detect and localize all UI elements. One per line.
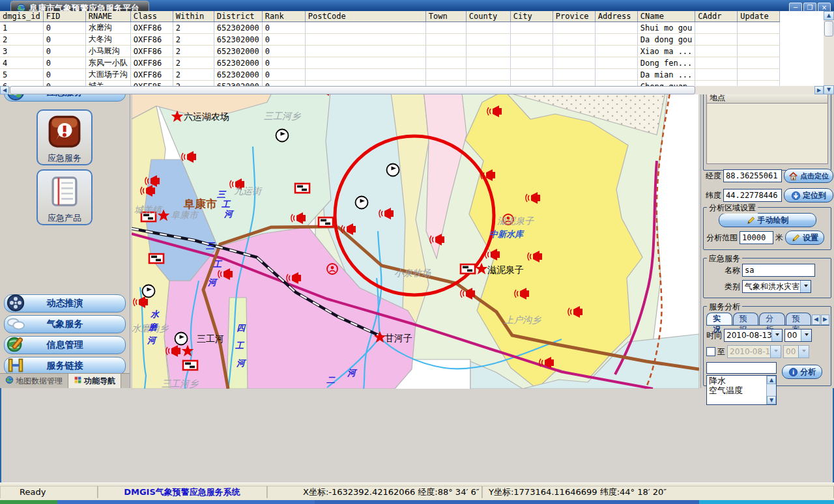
to-hour-select[interactable]: 00 <box>783 345 809 358</box>
list-item[interactable]: 空气温度 <box>707 385 767 395</box>
scroll-left-icon[interactable]: ◀ <box>0 86 9 94</box>
station-marker[interactable] <box>175 333 188 345</box>
column-header[interactable]: Update <box>738 11 780 22</box>
map-label: 中新水库 <box>489 229 525 239</box>
tab-globe-small[interactable]: 地图数据管理 <box>0 374 68 388</box>
chevron-down-icon[interactable] <box>801 329 811 341</box>
chevron-down-icon[interactable] <box>771 329 782 341</box>
column-header[interactable]: Provice <box>553 11 595 22</box>
service-name-input[interactable]: sa <box>742 264 815 277</box>
column-header[interactable]: CAddr <box>695 11 738 22</box>
horizontal-scrollbar[interactable]: ◀ ▶ <box>0 86 824 94</box>
sidebar-item-film-reel[interactable]: 动态推演 <box>4 294 126 313</box>
tab-预报[interactable]: 预报 <box>733 313 759 325</box>
column-header[interactable]: Address <box>595 11 637 22</box>
column-header[interactable]: RNAME <box>85 11 130 22</box>
flag-marker[interactable] <box>295 184 309 193</box>
table-cell <box>695 22 738 34</box>
table-row[interactable]: 30小马厩沟OXFF8626523020000Xiao ma ... <box>0 46 780 57</box>
column-header[interactable]: CName <box>637 11 695 22</box>
column-header[interactable]: Town <box>425 11 466 22</box>
station-marker[interactable] <box>387 164 399 176</box>
element-listbox[interactable]: 降水空气温度 ▲▼ <box>706 375 777 405</box>
column-header[interactable]: FID <box>43 11 85 22</box>
flag-marker[interactable] <box>461 264 475 273</box>
scroll-down-icon[interactable]: ▼ <box>824 85 834 94</box>
time-date-select[interactable]: 2010-08-13 <box>724 329 783 342</box>
sidebar-item-clouds[interactable]: 气象服务 <box>4 315 126 333</box>
tab-预案[interactable]: 预案 <box>786 313 812 325</box>
emergency-product-button[interactable]: 应急产品 <box>36 169 93 225</box>
scroll-up-icon[interactable]: ▲ <box>767 376 776 384</box>
column-header[interactable]: Within <box>173 11 214 22</box>
click-locate-button[interactable]: 点击定位 <box>784 169 833 183</box>
column-header[interactable]: Rank <box>262 11 305 22</box>
chevron-down-icon[interactable] <box>800 281 811 292</box>
table-cell <box>695 69 738 81</box>
nav-group-bottom: 动态推演气象服务信息管理服务链接 <box>0 292 130 375</box>
service-type-select[interactable]: 气象和洪水灾害 <box>742 280 811 293</box>
output-table[interactable]: dmgis_idFIDRNAMEClassWithinDistrictRankP… <box>0 11 780 87</box>
location-list[interactable] <box>706 104 828 164</box>
table-cell <box>305 57 425 69</box>
longitude-input[interactable]: 88.36255061 <box>723 169 782 182</box>
table-cell: 0 <box>43 69 85 81</box>
table-cell: 652302000 <box>214 69 262 81</box>
locate-to-button[interactable]: 定位到 <box>784 188 833 203</box>
scroll-down-icon[interactable]: ▼ <box>767 396 776 404</box>
table-row[interactable]: 20大冬沟OXFF8626523020000Da dong gou <box>0 34 780 46</box>
station-marker[interactable] <box>356 197 368 209</box>
tab-scroll-left-icon[interactable]: ◀ <box>812 315 820 325</box>
vertical-scrollbar[interactable]: ▲ ▼ <box>824 11 834 94</box>
station-marker[interactable] <box>276 130 289 142</box>
table-cell <box>553 69 595 81</box>
globe-small-icon <box>5 376 14 386</box>
tab-分析[interactable]: 分析 <box>759 313 785 325</box>
table-row[interactable]: 40东风一小队OXFF8626523020000Dong fen... <box>0 57 780 69</box>
table-cell <box>425 57 466 69</box>
table-cell: Da dong gou <box>637 34 695 46</box>
scroll-right-icon[interactable]: ▶ <box>814 86 824 94</box>
table-cell: 2 <box>173 69 214 81</box>
table-row[interactable]: 50大面场子沟OXFF8626523020000Da mian ... <box>0 69 780 81</box>
group-title: 应急服务 <box>707 253 742 264</box>
element-filter-box[interactable] <box>706 362 777 374</box>
scrollbar-thumb[interactable] <box>10 86 695 94</box>
column-header[interactable]: District <box>214 11 262 22</box>
tab-scroll-right-icon[interactable]: ▶ <box>821 315 829 325</box>
table-row[interactable]: 10水磨沟OXFF8626523020000Shui mo gou <box>0 22 780 34</box>
column-header[interactable]: County <box>466 11 510 22</box>
tab-nav-grid[interactable]: 功能导航 <box>68 374 121 388</box>
set-button[interactable]: 设置 <box>785 231 824 245</box>
column-header[interactable]: City <box>510 11 553 22</box>
column-header[interactable]: PostCode <box>305 11 425 22</box>
table-cell <box>466 22 510 34</box>
time-hour-select[interactable]: 00 <box>784 329 812 342</box>
scroll-up-icon[interactable]: ▲ <box>824 11 834 20</box>
table-cell <box>738 46 780 57</box>
range-input[interactable]: 10000 <box>740 231 773 244</box>
analyze-button[interactable]: i 分析 <box>782 365 822 379</box>
flag-marker[interactable] <box>319 217 333 227</box>
to-checkbox[interactable] <box>706 347 715 356</box>
column-header[interactable]: Class <box>130 11 173 22</box>
map-canvas[interactable]: 六运湖农场三工河乡下西泉阜康市阜康市城关镇九运街小泉牧场滋泥泉子中新水库滋泥泉子… <box>132 63 699 389</box>
to-date-select[interactable]: 2010-08-13 <box>727 345 781 358</box>
manual-draw-button[interactable]: 手动绘制 <box>719 213 816 227</box>
list-item[interactable]: 降水 <box>707 376 767 385</box>
emergency-service-button[interactable]: 应急服务 <box>36 109 93 165</box>
table-cell <box>305 22 425 34</box>
sidebar-item-globe-tools[interactable]: 信息管理 <box>4 336 126 354</box>
function-nav-panel: 功能导航 ╄ × 气象预警应急服务 应急服务应急产品 动态推演气象服务信息管理服… <box>0 47 130 388</box>
table-cell <box>738 69 780 81</box>
tab-实况[interactable]: 实况 <box>706 313 732 325</box>
scrollbar-thumb[interactable] <box>824 21 833 36</box>
table-cell <box>425 22 466 34</box>
flag-marker[interactable] <box>149 254 164 263</box>
table-cell <box>466 57 510 69</box>
flag-marker[interactable] <box>183 361 197 370</box>
latitude-input[interactable]: 44.22778446 <box>723 189 782 202</box>
column-header[interactable]: dmgis_id <box>0 11 43 22</box>
station-marker[interactable] <box>143 285 155 298</box>
sidebar-item-link-plug[interactable]: 服务链接 <box>4 357 126 375</box>
